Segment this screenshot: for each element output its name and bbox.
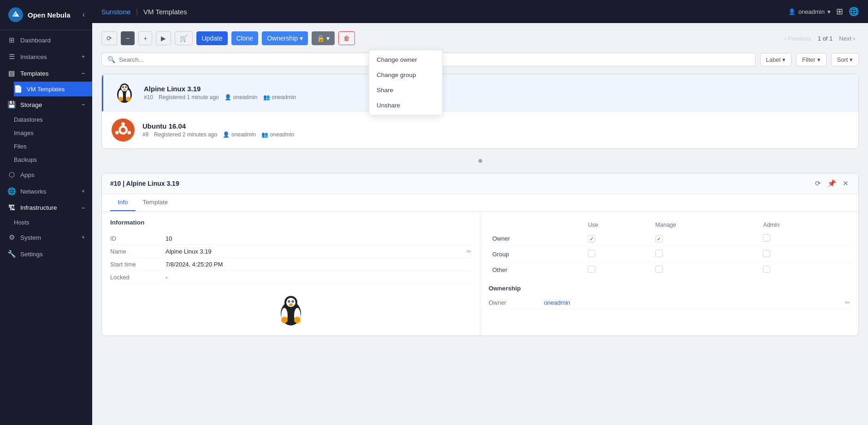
detail-refresh-button[interactable]: ⟳ xyxy=(814,178,822,189)
dropdown-change-group[interactable]: Change group xyxy=(369,67,442,83)
sidebar-item-infrastructure[interactable]: 🏗 Infrastructure − xyxy=(0,200,92,216)
ownership-owner-row: Owner oneadmin ✏ xyxy=(489,296,850,309)
detail-pin-button[interactable]: 📌 xyxy=(826,178,838,189)
sidebar-item-label: Datastores xyxy=(14,116,43,123)
topbar-app-name: Sunstone xyxy=(101,8,130,16)
perm-group-admin xyxy=(759,247,850,262)
ownership-title: Ownership xyxy=(489,285,850,292)
play-button[interactable]: ▶ xyxy=(156,31,171,45)
sidebar-item-system[interactable]: ⚙ System + xyxy=(0,229,92,246)
group-admin-checkbox[interactable] xyxy=(763,250,770,257)
add-button[interactable]: + xyxy=(138,31,152,45)
previous-button[interactable]: ‹ Previous xyxy=(780,33,815,44)
group-manage-checkbox[interactable] xyxy=(655,250,663,257)
tab-info[interactable]: Info xyxy=(110,194,136,211)
info-column: Information ID 10 Name Alpine Linux 3.19… xyxy=(102,212,480,336)
detail-close-button[interactable]: ✕ xyxy=(841,178,850,189)
sidebar-item-apps[interactable]: ⬡ Apps xyxy=(0,166,92,183)
detail-header: #10 | Alpine Linux 3.19 ⟳ 📌 ✕ xyxy=(102,173,858,194)
minus-button[interactable]: − xyxy=(121,31,135,45)
infrastructure-submenu: Hosts xyxy=(0,216,92,229)
sidebar-item-templates[interactable]: ▤ Templates − xyxy=(0,65,92,82)
other-use-checkbox[interactable] xyxy=(588,266,595,273)
language-icon[interactable]: 🌐 xyxy=(849,6,859,17)
ubuntu-card-info: Ubuntu 16.04 #8 Registered 2 minutes ago… xyxy=(142,122,849,138)
svg-point-17 xyxy=(128,131,131,135)
name-edit-button[interactable]: ✏ xyxy=(466,248,472,255)
start-time-value: 7/8/2024, 4:25:20 PM xyxy=(165,261,472,268)
ownership-owner-value[interactable]: oneadmin xyxy=(544,299,842,306)
dropdown-change-owner[interactable]: Change owner xyxy=(369,52,442,67)
dropdown-unshare[interactable]: Unshare xyxy=(369,98,442,113)
sidebar-item-label: Instances xyxy=(20,53,47,60)
other-admin-checkbox[interactable] xyxy=(763,266,770,273)
svg-point-8 xyxy=(123,89,126,90)
grid-icon[interactable]: ⊞ xyxy=(836,6,843,17)
sidebar-item-label: Images xyxy=(14,130,34,136)
other-manage-checkbox[interactable] xyxy=(655,266,663,273)
topbar: Sunstone | VM Templates 👤 oneadmin ▾ ⊞ 🌐 xyxy=(92,0,868,23)
svg-point-15 xyxy=(121,122,125,126)
alpine-name: Alpine Linux 3.19 xyxy=(144,85,849,93)
owner-use-checkbox[interactable] xyxy=(588,235,595,242)
sidebar-item-instances[interactable]: ☰ Instances + xyxy=(0,48,92,65)
refresh-button[interactable]: ⟳ xyxy=(101,31,117,45)
sort-button[interactable]: Sort ▾ xyxy=(831,53,859,66)
sidebar-item-images[interactable]: Images xyxy=(14,126,92,140)
owner-admin-checkbox[interactable] xyxy=(763,234,770,242)
sidebar-item-settings[interactable]: 🔧 Settings xyxy=(0,246,92,262)
settings-icon: 🔧 xyxy=(7,250,16,258)
perm-owner-use xyxy=(584,231,651,247)
update-button[interactable]: Update xyxy=(196,31,227,45)
locked-label: Locked xyxy=(110,274,165,281)
svg-point-7 xyxy=(125,87,126,88)
info-row-locked: Locked - xyxy=(110,271,472,284)
sidebar-item-vm-templates[interactable]: 📄 VM Templates xyxy=(14,82,92,96)
ubuntu-owner-item: 👤 oneadmin xyxy=(223,131,256,138)
sidebar-item-hosts[interactable]: Hosts xyxy=(14,216,92,229)
svg-point-24 xyxy=(292,301,293,302)
next-button[interactable]: Next › xyxy=(835,33,859,44)
group-use-checkbox[interactable] xyxy=(588,250,595,257)
vm-card-list: Alpine Linux 3.19 #10 Registered 1 minut… xyxy=(101,74,859,149)
owner-manage-checkbox[interactable] xyxy=(655,235,663,242)
dropdown-share[interactable]: Share xyxy=(369,83,442,98)
sidebar-collapse-button[interactable]: ‹ xyxy=(83,11,85,19)
ubuntu-group: oneadmin xyxy=(270,131,295,138)
label-button[interactable]: Label ▾ xyxy=(760,53,791,66)
perm-col-role xyxy=(489,219,584,231)
ownership-dropdown-menu: Change owner Change group Share Unshare xyxy=(369,50,443,115)
lock-button[interactable]: 🔒 ▾ xyxy=(312,31,335,45)
user-menu[interactable]: 👤 oneadmin ▾ xyxy=(788,8,831,15)
storage-icon: 💾 xyxy=(7,100,16,109)
info-section-title: Information xyxy=(110,219,472,226)
sidebar-item-dashboard[interactable]: ⊞ Dashboard xyxy=(0,32,92,48)
alpine-owner: oneadmin xyxy=(233,94,258,100)
ubuntu-owner: oneadmin xyxy=(231,131,256,138)
vm-card-alpine[interactable]: Alpine Linux 3.19 #10 Registered 1 minut… xyxy=(102,74,858,112)
ownership-edit-button[interactable]: ✏ xyxy=(845,299,850,306)
alpine-owner-item: 👤 oneadmin xyxy=(224,94,258,100)
detail-tabs: Info Template xyxy=(102,194,858,212)
sidebar-item-files[interactable]: Files xyxy=(14,140,92,153)
opennebula-logo xyxy=(7,6,24,23)
topbar-separator: | xyxy=(136,8,138,15)
sidebar-item-label: Storage xyxy=(20,101,42,108)
svg-point-23 xyxy=(289,301,289,302)
sidebar-item-datastores[interactable]: Datastores xyxy=(14,113,92,126)
sidebar-item-networks[interactable]: 🌐 Networks + xyxy=(0,183,92,200)
alpine-number: #10 xyxy=(144,94,153,100)
clone-button[interactable]: Clone xyxy=(231,31,259,45)
username: oneadmin xyxy=(798,8,825,15)
filter-button[interactable]: Filter ▾ xyxy=(796,53,827,66)
svg-point-6 xyxy=(123,87,124,88)
vm-card-ubuntu[interactable]: Ubuntu 16.04 #8 Registered 2 minutes ago… xyxy=(102,112,858,148)
cart-button[interactable]: 🛒 xyxy=(175,31,193,45)
delete-button[interactable]: 🗑 xyxy=(338,31,355,45)
sidebar-item-backups[interactable]: Backups xyxy=(14,153,92,166)
tab-template[interactable]: Template xyxy=(136,194,176,211)
info-row-start-time: Start time 7/8/2024, 4:25:20 PM xyxy=(110,258,472,271)
perm-row-group: Group xyxy=(489,247,850,262)
sidebar-item-storage[interactable]: 💾 Storage − xyxy=(0,96,92,113)
ownership-button[interactable]: Ownership ▾ xyxy=(262,31,308,45)
